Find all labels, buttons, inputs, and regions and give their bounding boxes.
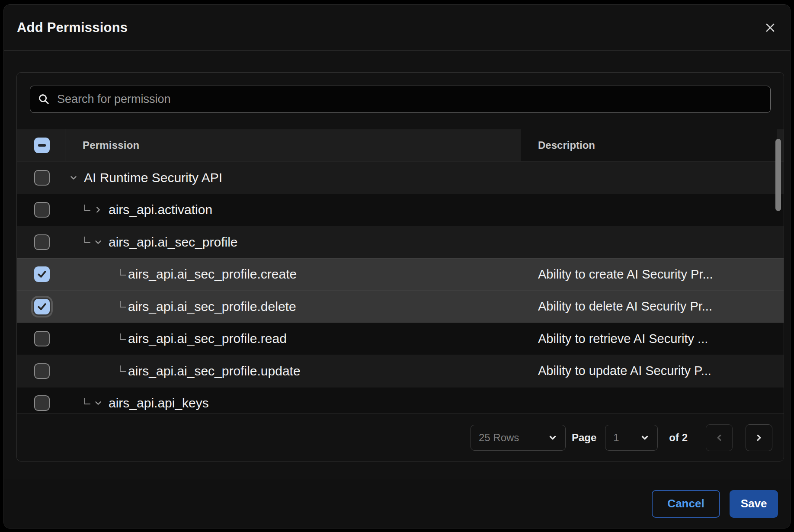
description-cell: Ability to update AI Security P... — [538, 355, 758, 387]
tree-connector-icon — [84, 237, 90, 243]
row-checkbox-cell — [17, 259, 65, 291]
add-permissions-modal: Add Permissions Permission — [3, 4, 791, 529]
row-checkbox[interactable] — [34, 234, 50, 250]
scrollbar-thumb[interactable] — [775, 139, 781, 211]
permission-label: AI Runtime Security API — [84, 170, 222, 185]
row-checkbox[interactable] — [34, 202, 50, 218]
expand-chevron-icon[interactable] — [93, 398, 103, 408]
table-row[interactable]: airs_api.ai_sec_profile.create Ability t… — [17, 258, 784, 291]
modal-title: Add Permissions — [17, 20, 128, 35]
description-cell: Ability to retrieve AI Security ... — [538, 323, 758, 355]
table-header: Permission Description — [17, 129, 784, 161]
column-header-description: Description — [521, 129, 777, 161]
chevron-down-icon — [548, 433, 557, 442]
table-row[interactable]: airs_api.ai_sec_profile — [17, 226, 784, 258]
chevron-right-icon — [754, 433, 764, 442]
row-checkbox-cell — [17, 162, 65, 194]
checkmark-icon — [36, 301, 48, 312]
tree-connector-icon — [84, 205, 90, 211]
tree-connector-icon — [84, 398, 90, 404]
pagination-bar: 25 Rows Page 1 of 2 — [17, 413, 784, 461]
table-row[interactable]: airs_api.activation — [17, 194, 784, 226]
save-button[interactable]: Save — [730, 490, 778, 518]
row-checkbox[interactable] — [34, 331, 50, 346]
table-row[interactable]: airs_api.ai_sec_profile.update Ability t… — [17, 355, 784, 387]
chevron-left-icon — [714, 433, 724, 442]
table-row[interactable]: airs_api.ai_sec_profile.delete Ability t… — [17, 290, 784, 323]
search-input[interactable] — [56, 92, 762, 106]
description-cell — [538, 194, 758, 226]
rows-per-page-value: 25 Rows — [479, 432, 519, 444]
expand-chevron-icon[interactable] — [93, 205, 103, 215]
modal-body: Permission Description AI Runtime Securi… — [4, 51, 790, 479]
row-checkbox[interactable] — [34, 363, 50, 379]
select-all-cell — [17, 129, 65, 161]
search-icon — [38, 93, 50, 106]
description-cell — [538, 388, 758, 414]
permission-label: airs_api.ai_sec_profile.update — [128, 364, 301, 378]
description-cell — [538, 162, 758, 194]
description-cell: Ability to delete AI Security Pr... — [538, 291, 758, 323]
table-row[interactable]: AI Runtime Security API — [17, 161, 784, 194]
row-checkbox-cell — [17, 194, 65, 226]
permission-label: airs_api.ai_sec_profile.delete — [128, 299, 296, 314]
row-checkbox[interactable] — [34, 395, 50, 411]
previous-page-button[interactable] — [706, 424, 733, 451]
tree-connector-icon — [120, 301, 126, 308]
indeterminate-icon — [38, 144, 46, 147]
permission-label: airs_api.ai_sec_profile — [109, 235, 238, 250]
row-checkbox-cell — [17, 323, 65, 355]
checkmark-icon — [36, 269, 48, 280]
close-icon — [763, 21, 777, 35]
row-checkbox[interactable] — [34, 299, 50, 314]
expand-chevron-icon[interactable] — [68, 173, 79, 183]
current-page-value: 1 — [613, 432, 619, 444]
row-checkbox-cell — [17, 355, 65, 387]
close-button[interactable] — [761, 18, 780, 37]
expand-chevron-icon[interactable] — [93, 237, 103, 247]
tree-connector-icon — [120, 365, 126, 372]
permission-label: airs_api.ai_sec_profile.create — [128, 267, 297, 282]
row-checkbox-cell — [17, 291, 65, 323]
page-count-label: of 2 — [669, 432, 688, 444]
permission-label: airs_api.activation — [109, 202, 212, 217]
search-box[interactable] — [30, 86, 771, 113]
rows-per-page-select[interactable]: 25 Rows — [471, 425, 566, 451]
page-select[interactable]: 1 — [605, 425, 658, 451]
description-cell: Ability to create AI Security Pr... — [538, 259, 758, 291]
tree-connector-icon — [120, 333, 126, 340]
permission-label: airs_api.ai_sec_profile.read — [128, 331, 287, 346]
page-label: Page — [572, 432, 596, 444]
row-checkbox-cell — [17, 388, 65, 414]
permission-label: airs_api.api_keys — [109, 396, 209, 410]
select-all-checkbox[interactable] — [34, 138, 50, 153]
chevron-down-icon — [640, 433, 650, 442]
modal-footer: Cancel Save — [4, 479, 790, 528]
tree-connector-icon — [120, 269, 126, 276]
row-checkbox-cell — [17, 226, 65, 258]
next-page-button[interactable] — [746, 424, 772, 451]
column-header-permission: Permission — [65, 139, 139, 151]
row-checkbox[interactable] — [34, 266, 50, 282]
row-checkbox[interactable] — [34, 170, 50, 186]
description-cell — [538, 226, 758, 258]
modal-header: Add Permissions — [4, 5, 790, 51]
table-row[interactable]: airs_api.api_keys — [17, 387, 784, 414]
cancel-button[interactable]: Cancel — [652, 490, 720, 518]
table-row[interactable]: airs_api.ai_sec_profile.read Ability to … — [17, 323, 784, 355]
permissions-panel: Permission Description AI Runtime Securi… — [16, 72, 784, 461]
table-body: AI Runtime Security API airs_api.activat… — [17, 161, 784, 413]
